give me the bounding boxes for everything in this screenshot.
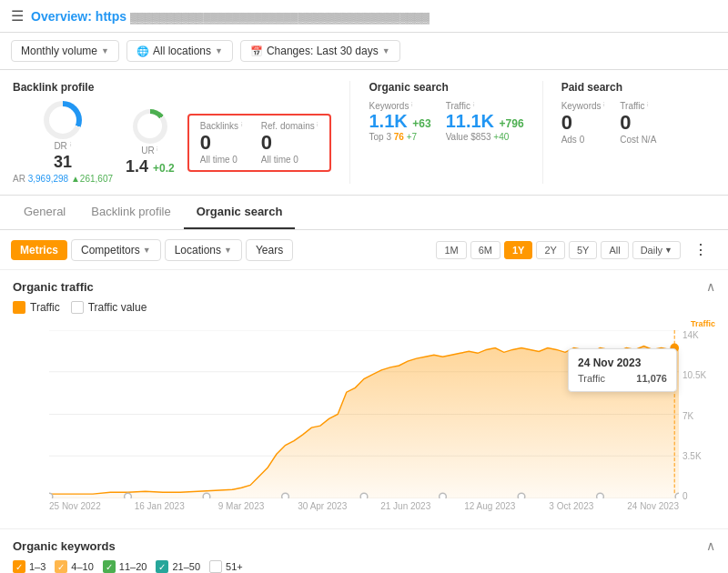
all-locations-button[interactable]: 🌐 All locations ▼	[126, 40, 233, 62]
traffic-legend-label: Traffic	[30, 301, 60, 314]
kw-filter-4-10[interactable]: ✓ 4–10	[55, 560, 93, 573]
chevron-down-icon: ▼	[664, 246, 672, 255]
stats-panel: Backlink profile DR ⁱ 31 AR 3,969,298 ▲2…	[0, 70, 728, 196]
chevron-down-icon: ▼	[224, 246, 232, 255]
organic-traffic-title: Organic traffic	[13, 280, 94, 294]
period-1m-button[interactable]: 1M	[436, 241, 466, 259]
backlink-profile-section: Backlink profile DR ⁱ 31 AR 3,969,298 ▲2…	[13, 81, 350, 184]
organic-traffic-section: Organic traffic ∧ Traffic Traffic value …	[0, 270, 728, 529]
monthly-volume-button[interactable]: Monthly volume ▼	[11, 40, 119, 62]
paid-keywords-value: 0	[561, 111, 606, 135]
traffic-value-checkbox[interactable]	[71, 301, 84, 314]
tab-general[interactable]: General	[11, 196, 78, 229]
chart-svg-area: 24 Nov 2023 Traffic 11,076	[49, 330, 679, 501]
kw-filter-21-50[interactable]: ✓ 21–50	[156, 560, 200, 573]
toolbar: Monthly volume ▼ 🌐 All locations ▼ 📅 Cha…	[0, 33, 728, 70]
traffic-value-legend-label: Traffic value	[88, 301, 147, 314]
ur-value: 1.4 +0.2	[126, 157, 175, 176]
backlinks-value: 0	[200, 131, 243, 155]
ref-domains-label: Ref. domains ⁱ	[261, 121, 319, 131]
chevron-down-icon: ▼	[101, 46, 109, 55]
backlink-profile-title: Backlink profile	[13, 81, 331, 94]
backlinks-box: Backlinks ⁱ 0 All time 0 Ref. domains ⁱ …	[187, 114, 332, 172]
period-1y-button[interactable]: 1Y	[504, 241, 532, 259]
globe-icon: 🌐	[136, 45, 149, 57]
years-button[interactable]: Years	[246, 239, 293, 261]
period-2y-button[interactable]: 2Y	[536, 241, 564, 259]
paid-keywords-stat: Keywords ⁱ 0 Ads 0	[561, 101, 606, 145]
period-5y-button[interactable]: 5Y	[569, 241, 597, 259]
dr-label: DR ⁱ	[54, 141, 71, 151]
dr-value: 31	[54, 153, 72, 172]
collapse-keywords-icon[interactable]: ∧	[706, 538, 715, 553]
paid-traffic-value: 0	[620, 111, 656, 135]
organic-search-section: Organic search Keywords ⁱ 1.1K +63 Top 3…	[369, 81, 542, 184]
tooltip-traffic-label: Traffic	[578, 373, 605, 384]
x-axis-labels: 25 Nov 2022 16 Jan 2023 9 Mar 2023 30 Ap…	[49, 501, 679, 519]
kw-filter-51plus[interactable]: 51+	[209, 560, 243, 573]
svg-point-13	[675, 493, 679, 498]
period-all-button[interactable]: All	[601, 241, 628, 259]
tab-organic-search[interactable]: Organic search	[184, 196, 296, 229]
svg-point-6	[125, 493, 132, 498]
sub-toolbar: Metrics Competitors ▼ Locations ▼ Years …	[0, 230, 728, 270]
menu-icon[interactable]: ☰	[11, 7, 24, 25]
page-title: Overview: https ▓▓▓▓▓▓▓▓▓▓▓▓▓▓▓▓▓▓▓▓▓▓▓▓…	[31, 9, 430, 24]
traffic-checkbox[interactable]	[13, 301, 25, 314]
organic-keywords-title: Organic keywords	[13, 539, 116, 553]
ref-domains-alltime: All time 0	[261, 155, 319, 165]
organic-traffic-value: 11.1K +796	[446, 111, 524, 132]
backlinks-label: Backlinks ⁱ	[200, 121, 243, 131]
cost-label: Cost N/A	[620, 135, 656, 145]
dr-circle	[44, 101, 82, 139]
svg-point-10	[440, 493, 447, 498]
daily-button[interactable]: Daily ▼	[632, 241, 681, 259]
main-tabs: General Backlink profile Organic search	[0, 196, 728, 230]
tooltip-date: 24 Nov 2023	[578, 357, 667, 369]
organic-keywords-stat: Keywords ⁱ 1.1K +63 Top 3 76 +7	[369, 101, 430, 142]
calendar-icon: 📅	[250, 45, 263, 57]
ref-domains-stat: Ref. domains ⁱ 0 All time 0	[261, 121, 319, 165]
svg-point-12	[597, 493, 604, 498]
collapse-icon[interactable]: ∧	[706, 279, 715, 294]
chevron-down-icon: ▼	[215, 46, 223, 55]
more-options-button[interactable]: ⋮	[684, 237, 717, 262]
backlink-stats: DR ⁱ 31 AR 3,969,298 ▲261,607 UR ⁱ 1.4 +…	[13, 101, 331, 184]
locations-button[interactable]: Locations ▼	[165, 239, 242, 261]
svg-point-9	[360, 493, 368, 498]
svg-point-11	[518, 493, 525, 498]
period-6m-button[interactable]: 6M	[470, 241, 500, 259]
chart-legend: Traffic Traffic value	[13, 301, 715, 314]
svg-point-5	[49, 493, 53, 498]
backlinks-alltime: All time 0	[200, 155, 243, 165]
kw-filter-1-3[interactable]: ✓ 1–3	[13, 560, 46, 573]
chevron-down-icon: ▼	[143, 246, 151, 255]
ur-label: UR ⁱ	[141, 146, 158, 156]
metrics-button[interactable]: Metrics	[11, 240, 67, 260]
ar-label: AR 3,969,298 ▲261,607	[13, 174, 113, 184]
organic-keywords-value: 1.1K +63	[369, 111, 430, 132]
competitors-button[interactable]: Competitors ▼	[71, 239, 161, 261]
header: ☰ Overview: https ▓▓▓▓▓▓▓▓▓▓▓▓▓▓▓▓▓▓▓▓▓▓…	[0, 0, 728, 33]
paid-search-title: Paid search	[561, 81, 657, 94]
backlinks-stat: Backlinks ⁱ 0 All time 0	[200, 121, 243, 165]
svg-point-7	[203, 493, 210, 498]
paid-traffic-stat: Traffic ⁱ 0 Cost N/A	[620, 101, 656, 145]
traffic-y-axis-label: Traffic	[682, 319, 715, 328]
changes-button[interactable]: 📅 Changes: Last 30 days ▼	[240, 40, 400, 62]
y-axis-labels: 14K 10.5K 7K 3.5K 0	[682, 330, 715, 501]
organic-search-title: Organic search	[369, 81, 523, 94]
keywords-legend: ✓ 1–3 ✓ 4–10 ✓ 11–20 ✓ 21–50 51+	[13, 560, 715, 573]
svg-point-8	[282, 493, 289, 498]
paid-search-section: Paid search Keywords ⁱ 0 Ads 0 Traffic ⁱ…	[561, 81, 675, 184]
chart-container: Traffic 14K 10.5K 7K 3.5K 0	[13, 319, 715, 519]
ads-label: Ads 0	[561, 135, 606, 145]
ref-domains-value: 0	[261, 131, 319, 155]
tab-backlink-profile[interactable]: Backlink profile	[78, 196, 183, 229]
tooltip-traffic-value: 11,076	[636, 373, 667, 384]
kw-filter-11-20[interactable]: ✓ 11–20	[103, 560, 147, 573]
chevron-down-icon: ▼	[382, 46, 390, 55]
organic-keywords-section: Organic keywords ∧ ✓ 1–3 ✓ 4–10 ✓ 11–20 …	[0, 529, 728, 573]
chart-tooltip: 24 Nov 2023 Traffic 11,076	[568, 348, 677, 392]
organic-traffic-stat: Traffic ⁱ 11.1K +796 Value $853 +40	[446, 101, 524, 142]
